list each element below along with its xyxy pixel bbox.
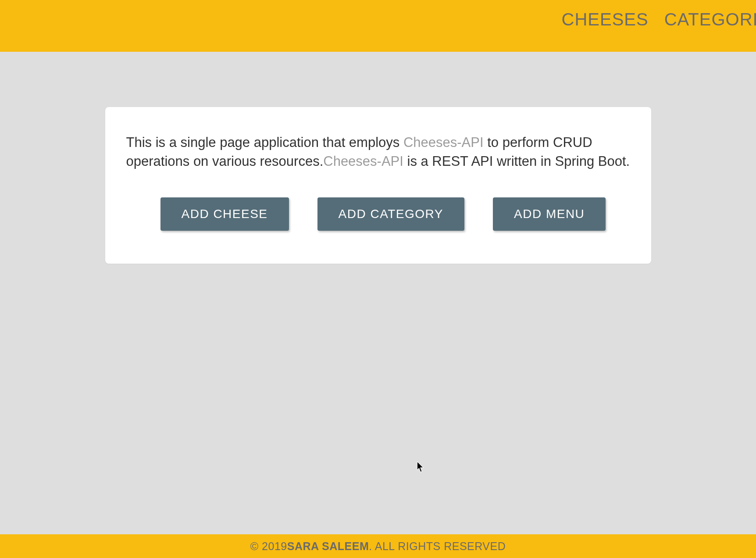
add-cheese-button[interactable]: ADD CHEESE — [160, 197, 289, 231]
footer-suffix: . ALL RIGHTS RESERVED — [369, 540, 506, 553]
top-navbar: CHEESES CATEGORIES — [0, 0, 756, 52]
intro-description: This is a single page application that e… — [126, 133, 630, 171]
footer-copyright: © 2019 — [250, 540, 287, 553]
add-menu-button[interactable]: ADD MENU — [493, 197, 606, 231]
intro-card: This is a single page application that e… — [105, 107, 651, 264]
nav-cheeses[interactable]: CHEESES — [562, 10, 649, 29]
button-row: ADD CHEESE ADD CATEGORY ADD MENU — [126, 197, 630, 231]
footer-author: SARA SALEEM — [287, 540, 369, 553]
nav-categories[interactable]: CATEGORIES — [664, 10, 756, 29]
add-category-button[interactable]: ADD CATEGORY — [317, 197, 464, 231]
cheeses-api-link-1[interactable]: Cheeses-API — [403, 135, 484, 150]
cheeses-api-link-2[interactable]: Cheeses-API — [323, 154, 403, 169]
desc-text-3: is a REST API written in Spring Boot. — [403, 154, 630, 169]
footer: © 2019 SARA SALEEM . ALL RIGHTS RESERVED — [0, 534, 756, 558]
cursor-icon — [417, 461, 425, 473]
desc-text-1: This is a single page application that e… — [126, 135, 403, 150]
